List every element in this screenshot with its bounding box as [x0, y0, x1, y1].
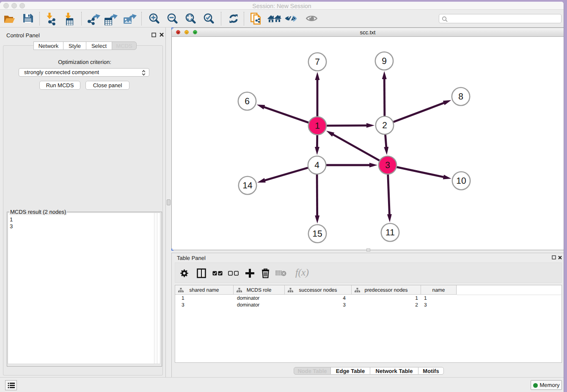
svg-text:14: 14	[242, 181, 253, 190]
svg-text:6: 6	[245, 97, 250, 106]
svg-text:8: 8	[458, 92, 463, 102]
svg-text:7: 7	[315, 57, 320, 67]
svg-text:15: 15	[312, 229, 322, 239]
svg-text:4: 4	[314, 160, 319, 170]
svg-text:10: 10	[456, 176, 466, 186]
svg-text:3: 3	[385, 160, 390, 170]
svg-text:1: 1	[315, 121, 320, 131]
svg-text:9: 9	[382, 56, 387, 66]
svg-text:2: 2	[382, 121, 387, 130]
svg-text:11: 11	[385, 228, 395, 237]
